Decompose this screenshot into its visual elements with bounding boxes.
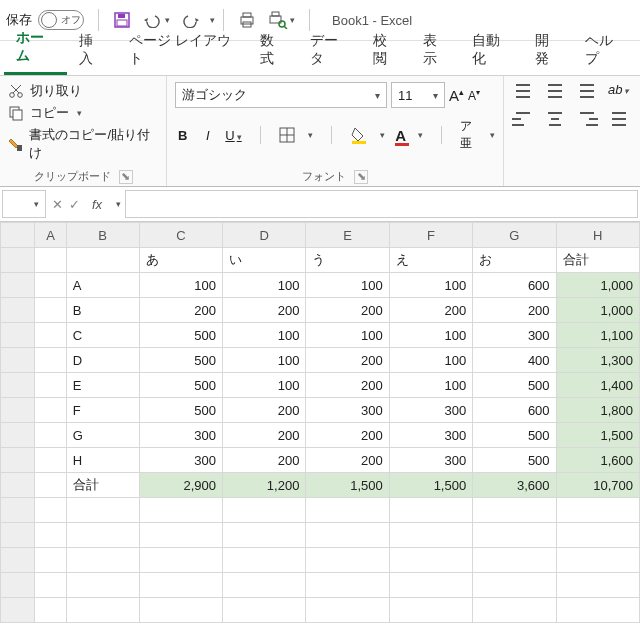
- align-bottom-icon[interactable]: [576, 82, 598, 100]
- borders-button[interactable]: [278, 126, 296, 144]
- table-row[interactable]: B2002002002002001,000: [1, 298, 640, 323]
- qat-customize[interactable]: ▾: [210, 15, 215, 25]
- phonetic-button[interactable]: ア亜: [460, 118, 478, 152]
- svg-point-10: [18, 93, 23, 98]
- table-row[interactable]: G3002002003005001,500: [1, 423, 640, 448]
- formula-bar-row: ▾ ✕ ✓ fx▾: [0, 187, 640, 222]
- worksheet-grid[interactable]: AB CD EF GH あいうえお合計A1001001001006001,000…: [0, 222, 640, 623]
- shrink-font-icon[interactable]: A▾: [468, 88, 480, 103]
- ribbon-tabs: ホーム 挿入 ページ レイアウト 数式 データ 校閲 表示 自動化 開発 ヘルプ: [0, 41, 640, 76]
- svg-rect-7: [272, 12, 279, 16]
- brush-icon: [8, 136, 23, 152]
- table-row[interactable]: A1001001001006001,000: [1, 273, 640, 298]
- tab-automate[interactable]: 自動化: [460, 26, 523, 75]
- tab-formulas[interactable]: 数式: [248, 26, 298, 75]
- svg-point-9: [10, 93, 15, 98]
- ribbon: 切り取り コピー▾ 書式のコピー/貼り付け クリップボード⬊ 游ゴシック▾ 11…: [0, 76, 640, 187]
- svg-rect-4: [243, 13, 251, 17]
- fx-icon[interactable]: fx: [92, 197, 102, 212]
- format-painter-button[interactable]: 書式のコピー/貼り付け: [8, 126, 158, 162]
- align-middle-icon[interactable]: [544, 82, 566, 100]
- scissors-icon: [8, 83, 24, 99]
- table-row[interactable]: 合計2,9001,2001,5001,5003,60010,700: [1, 473, 640, 498]
- table-row[interactable]: あいうえお合計: [1, 248, 640, 273]
- copy-button[interactable]: コピー▾: [8, 104, 158, 122]
- group-alignment: ab▾: [504, 76, 640, 186]
- indent-decrease-icon[interactable]: [608, 110, 630, 128]
- align-left-icon[interactable]: [512, 110, 534, 128]
- bold-button[interactable]: B: [175, 128, 190, 143]
- svg-rect-13: [17, 145, 22, 151]
- grow-font-icon[interactable]: A▴: [449, 87, 464, 104]
- tab-view[interactable]: 表示: [411, 26, 461, 75]
- tab-data[interactable]: データ: [298, 26, 361, 75]
- tab-review[interactable]: 校閲: [361, 26, 411, 75]
- align-right-icon[interactable]: [576, 110, 598, 128]
- table-row[interactable]: H3002002003005001,600: [1, 448, 640, 473]
- font-name-combo[interactable]: 游ゴシック▾: [175, 82, 387, 108]
- font-launcher[interactable]: ⬊: [354, 170, 368, 184]
- name-box[interactable]: ▾: [2, 190, 46, 218]
- tab-insert[interactable]: 挿入: [67, 26, 117, 75]
- underline-button[interactable]: U▾: [225, 128, 241, 143]
- table-row[interactable]: D5001002001004001,300: [1, 348, 640, 373]
- formula-cancel-icon[interactable]: ✕: [52, 197, 63, 212]
- formula-enter-icon[interactable]: ✓: [69, 197, 80, 212]
- svg-rect-17: [352, 141, 366, 144]
- cut-button[interactable]: 切り取り: [8, 82, 158, 100]
- font-size-combo[interactable]: 11▾: [391, 82, 445, 108]
- column-header-row[interactable]: AB CD EF GH: [1, 223, 640, 248]
- orientation-icon[interactable]: ab▾: [608, 82, 632, 100]
- font-color-button[interactable]: A: [395, 127, 406, 144]
- group-clipboard: 切り取り コピー▾ 書式のコピー/貼り付け クリップボード⬊: [0, 76, 167, 186]
- formula-bar[interactable]: [125, 190, 638, 218]
- table-row[interactable]: E5001002001005001,400: [1, 373, 640, 398]
- tab-page-layout[interactable]: ページ レイアウト: [117, 26, 248, 75]
- fill-color-button[interactable]: [350, 126, 368, 144]
- svg-rect-1: [118, 14, 125, 18]
- table-row[interactable]: C5001001001003001,100: [1, 323, 640, 348]
- copy-icon: [8, 105, 24, 121]
- align-top-icon[interactable]: [512, 82, 534, 100]
- table-row[interactable]: F5002003003006001,800: [1, 398, 640, 423]
- tab-help[interactable]: ヘルプ: [573, 26, 636, 75]
- group-font: 游ゴシック▾ 11▾ A▴ A▾ B I U▾ ▾ ▾ A▾ ア亜▾ フォント⬊: [167, 76, 504, 186]
- align-center-icon[interactable]: [544, 110, 566, 128]
- svg-rect-12: [13, 110, 22, 120]
- clipboard-launcher[interactable]: ⬊: [119, 170, 133, 184]
- tab-home[interactable]: ホーム: [4, 23, 67, 75]
- italic-button[interactable]: I: [200, 128, 215, 143]
- tab-developer[interactable]: 開発: [523, 26, 573, 75]
